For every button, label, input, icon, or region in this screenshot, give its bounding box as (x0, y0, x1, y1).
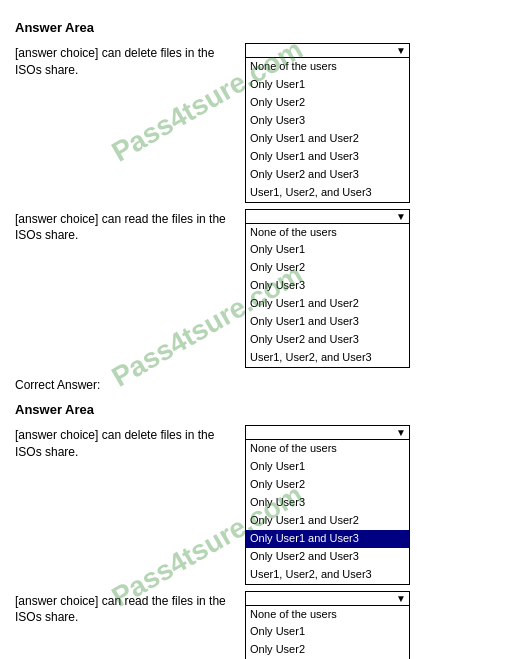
question-text-read-1: [answer choice] can read the files in th… (15, 209, 245, 245)
option-all-users-d2[interactable]: User1, User2, and User3 (246, 566, 409, 584)
option-user1-d2[interactable]: Only User1 (246, 458, 409, 476)
option-user3-d1[interactable]: Only User3 (246, 112, 409, 130)
option-user1-user3-d1[interactable]: Only User1 and User3 (246, 148, 409, 166)
option-user2-user3-r1[interactable]: Only User2 and User3 (246, 331, 409, 349)
correct-answer-label: Correct Answer: (15, 378, 507, 392)
dropdown-arrow-read-2: ▼ (396, 593, 406, 604)
option-user1-r1[interactable]: Only User1 (246, 241, 409, 259)
option-user1-user3-d2-highlighted[interactable]: Only User1 and User3 (246, 530, 409, 548)
option-none-users-d2[interactable]: None of the users (246, 440, 409, 458)
question-row-read-1: [answer choice] can read the files in th… (15, 209, 507, 369)
prefix-delete-1: [answer choice] (15, 46, 98, 60)
option-user3-r1[interactable]: Only User3 (246, 277, 409, 295)
prefix-read-2: [answer choice] (15, 594, 98, 608)
option-none-users-r1[interactable]: None of the users (246, 224, 409, 242)
prefix-delete-2: [answer choice] (15, 428, 98, 442)
dropdown-arrow-delete-2: ▼ (396, 427, 406, 438)
option-user2-r1[interactable]: Only User2 (246, 259, 409, 277)
dropdown-read-2[interactable]: ▼ None of the users Only User1 Only User… (245, 591, 410, 660)
option-user1-user2-r1[interactable]: Only User1 and User2 (246, 295, 409, 313)
dropdown-arrow-delete-1: ▼ (396, 45, 406, 56)
option-user1-user2-d1[interactable]: Only User1 and User2 (246, 130, 409, 148)
option-user2-d1[interactable]: Only User2 (246, 94, 409, 112)
option-user1-user3-r1[interactable]: Only User1 and User3 (246, 313, 409, 331)
dropdown-arrow-read-1: ▼ (396, 211, 406, 222)
question-row-read-2: [answer choice] can read the files in th… (15, 591, 507, 660)
option-user1-r2[interactable]: Only User1 (246, 623, 409, 641)
option-user2-r2[interactable]: Only User2 (246, 641, 409, 659)
option-user3-d2[interactable]: Only User3 (246, 494, 409, 512)
option-none-users-d1[interactable]: None of the users (246, 58, 409, 76)
question-text-delete-1: [answer choice] can delete files in the … (15, 43, 245, 79)
question-row-delete-2: [answer choice] can delete files in the … (15, 425, 507, 585)
question-row-delete-1: [answer choice] can delete files in the … (15, 43, 507, 203)
dropdown-header-delete-2[interactable]: ▼ (246, 426, 409, 440)
option-all-users-r1[interactable]: User1, User2, and User3 (246, 349, 409, 367)
dropdown-delete-1[interactable]: ▼ None of the users Only User1 Only User… (245, 43, 410, 203)
dropdown-read-1[interactable]: ▼ None of the users Only User1 Only User… (245, 209, 410, 369)
option-user1-user2-d2[interactable]: Only User1 and User2 (246, 512, 409, 530)
answer-area-correct: Answer Area [answer choice] can delete f… (15, 402, 507, 659)
dropdown-header-read-2[interactable]: ▼ (246, 592, 409, 606)
option-none-users-r2[interactable]: None of the users (246, 606, 409, 624)
option-user1-d1[interactable]: Only User1 (246, 76, 409, 94)
option-user2-user3-d2[interactable]: Only User2 and User3 (246, 548, 409, 566)
dropdown-header-read-1[interactable]: ▼ (246, 210, 409, 224)
dropdown-delete-2[interactable]: ▼ None of the users Only User1 Only User… (245, 425, 410, 585)
answer-area-question: Answer Area [answer choice] can delete f… (15, 20, 507, 368)
section-title-2: Answer Area (15, 402, 507, 417)
dropdown-header-delete-1[interactable]: ▼ (246, 44, 409, 58)
prefix-read-1: [answer choice] (15, 212, 98, 226)
section-title-1: Answer Area (15, 20, 507, 35)
option-all-users-d1[interactable]: User1, User2, and User3 (246, 184, 409, 202)
question-text-read-2: [answer choice] can read the files in th… (15, 591, 245, 627)
question-text-delete-2: [answer choice] can delete files in the … (15, 425, 245, 461)
option-user2-d2[interactable]: Only User2 (246, 476, 409, 494)
option-user2-user3-d1[interactable]: Only User2 and User3 (246, 166, 409, 184)
